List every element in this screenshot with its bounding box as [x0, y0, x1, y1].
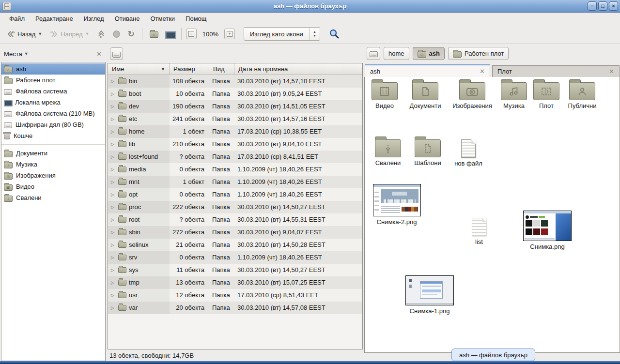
tab-close-icon[interactable]: ✕: [609, 68, 614, 75]
path-root-button[interactable]: [367, 47, 380, 60]
column-header-date[interactable]: Дата на промяна: [234, 63, 362, 75]
expander-icon[interactable]: ▷: [111, 100, 116, 113]
icon-item-desktop[interactable]: D Плот: [533, 82, 560, 109]
column-header-name[interactable]: Име ▼: [108, 63, 170, 75]
table-row[interactable]: ▷usr12 обектаПапка17.03.2010 (ср) 8,51,4…: [108, 289, 362, 302]
expander-icon[interactable]: ▷: [111, 176, 116, 188]
path-ash-button[interactable]: ⌂ ash: [413, 47, 445, 60]
table-row[interactable]: ▷mnt1 обектПапка1.10.2009 (чт) 18,40,26 …: [108, 176, 362, 188]
table-row[interactable]: ▷root? обектаПапка30.03.2010 (вт) 14,55,…: [108, 213, 362, 226]
zoom-out-button[interactable]: −: [186, 29, 197, 39]
zoom-in-button[interactable]: +: [224, 29, 235, 39]
expander-icon[interactable]: ▷: [111, 251, 116, 264]
sidebar-item-desktop[interactable]: Работен плот: [1, 75, 105, 86]
tab-ash[interactable]: ash ✕: [365, 64, 490, 77]
icon-item-snimka2[interactable]: Снимка-2.png: [372, 184, 421, 226]
spinner-arrows-icon[interactable]: ▲▼: [309, 28, 320, 40]
maximize-button[interactable]: □: [598, 1, 607, 11]
icon-item-new-file[interactable]: нов файл: [450, 139, 486, 167]
menu-help[interactable]: Помощ: [181, 14, 211, 23]
expander-icon[interactable]: ▷: [111, 75, 116, 88]
expander-icon[interactable]: ▷: [111, 125, 116, 138]
table-row[interactable]: ▷bin108 обектаПапка30.03.2010 (вт) 14,57…: [108, 75, 362, 88]
expander-icon[interactable]: ▷: [111, 264, 116, 276]
table-row[interactable]: ▷media0 обектаПапка1.10.2009 (чт) 18,40,…: [108, 163, 362, 176]
expander-icon[interactable]: ▷: [111, 239, 116, 251]
expander-icon[interactable]: ▷: [111, 138, 116, 151]
home-button[interactable]: ⌂: [147, 28, 161, 40]
path-desktop-button[interactable]: Работен плот: [448, 47, 509, 60]
sidebar-item-trash[interactable]: Кошче: [1, 130, 105, 141]
close-button[interactable]: ×: [609, 1, 618, 11]
back-button[interactable]: Назад ▼: [4, 29, 45, 40]
sidebar-item-ash[interactable]: ⌂ ash: [1, 63, 105, 75]
sidebar-item-music[interactable]: ♪ Музика: [1, 159, 105, 170]
menu-file[interactable]: Файл: [5, 14, 29, 23]
menu-view[interactable]: Изглед: [79, 14, 108, 23]
tab-plot[interactable]: Плот ✕: [492, 65, 620, 77]
icon-item-documents[interactable]: Документи: [408, 82, 442, 109]
sidebar-item-documents[interactable]: Документи: [1, 148, 105, 159]
reload-button[interactable]: ↻: [125, 27, 138, 41]
icon-item-snimka1[interactable]: Снимка-1.png: [405, 275, 454, 315]
table-row[interactable]: ▷proc222 обектаПапка30.03.2010 (вт) 14,5…: [108, 201, 362, 213]
up-button[interactable]: [94, 28, 108, 40]
places-selector[interactable]: Места ▼: [4, 50, 29, 58]
table-row[interactable]: ▷srv0 обектаПапка1.10.2009 (чт) 18,40,26…: [108, 251, 362, 264]
sidebar-item-filesystem[interactable]: Файлова система: [1, 86, 105, 97]
sidebar-close-icon[interactable]: ✕: [96, 50, 102, 58]
expander-icon[interactable]: ▷: [111, 151, 116, 163]
table-row[interactable]: ▷lib210 обектаПапка30.03.2010 (вт) 9,04,…: [108, 138, 362, 151]
icon-item-music[interactable]: Музика: [499, 82, 529, 109]
column-header-size[interactable]: Размер: [170, 63, 209, 75]
icon-item-list[interactable]: list: [461, 218, 497, 245]
tab-close-icon[interactable]: ✕: [480, 68, 485, 75]
icon-item-public[interactable]: Публични: [565, 82, 600, 109]
table-row[interactable]: ▷tmp13 обектаПапка30.03.2010 (вт) 15,07,…: [108, 276, 362, 289]
expander-icon[interactable]: ▷: [111, 163, 116, 176]
expander-icon[interactable]: ▷: [111, 289, 116, 302]
table-row[interactable]: ▷sys11 обектаПапка30.03.2010 (вт) 14,50,…: [108, 264, 362, 276]
sidebar-item-video[interactable]: ▣ Видео: [1, 181, 105, 192]
expander-icon[interactable]: ▷: [111, 213, 116, 226]
expander-icon[interactable]: ▷: [111, 226, 116, 239]
table-row[interactable]: ▷boot10 обектаПапка30.03.2010 (вт) 9,05,…: [108, 88, 362, 100]
icon-item-templates[interactable]: Шаблони: [412, 139, 444, 167]
column-header-type[interactable]: Вид: [209, 63, 234, 75]
sidebar-item-encrypted-80gb[interactable]: Шифриран дял (80 GB): [1, 119, 105, 130]
minimize-button[interactable]: −: [588, 1, 597, 11]
table-row[interactable]: ▷etc241 обектаПапка30.03.2010 (вт) 14,57…: [108, 113, 362, 125]
sidebar-item-local-network[interactable]: Локална мрежа: [1, 97, 105, 108]
sidebar-item-downloads[interactable]: ↓ Свалени: [1, 192, 105, 203]
root-drive-button[interactable]: [110, 47, 123, 60]
view-mode-select[interactable]: Изглед като икони ▲▼: [244, 27, 320, 41]
icon-item-video[interactable]: Видео: [370, 82, 400, 109]
path-home-button[interactable]: home: [384, 47, 409, 60]
table-row[interactable]: ▷dev190 обектаПапка30.03.2010 (вт) 14,51…: [108, 100, 362, 113]
icon-item-downloads[interactable]: Свалени: [372, 139, 404, 167]
table-row[interactable]: ▷opt0 обектаПапка1.10.2009 (чт) 18,40,26…: [108, 188, 362, 201]
expander-icon[interactable]: ▷: [111, 188, 116, 201]
menu-bookmarks[interactable]: Отметки: [146, 14, 179, 23]
icon-item-snimka[interactable]: Снимка.png: [523, 211, 572, 250]
forward-dropdown-icon[interactable]: ▼: [85, 31, 90, 36]
expander-icon[interactable]: ▷: [111, 88, 116, 100]
table-row[interactable]: ▷selinux21 обектаПапка30.03.2010 (вт) 14…: [108, 239, 362, 251]
computer-button[interactable]: [163, 29, 177, 40]
search-button[interactable]: [329, 29, 340, 39]
expander-icon[interactable]: ▷: [111, 276, 116, 289]
back-dropdown-icon[interactable]: ▼: [38, 31, 42, 36]
menu-go[interactable]: Отиване: [110, 14, 144, 23]
expander-icon[interactable]: ▷: [111, 201, 116, 213]
table-row[interactable]: ▷sbin272 обектаПапка30.03.2010 (вт) 9,04…: [108, 226, 362, 239]
stop-button[interactable]: [110, 29, 123, 40]
table-row[interactable]: ▷var20 обектаПапка30.03.2010 (вт) 14,57,…: [108, 302, 362, 314]
menu-edit[interactable]: Редактиране: [31, 14, 78, 23]
expander-icon[interactable]: ▷: [111, 113, 116, 125]
table-row[interactable]: ▷lost+found? обектаПапка17.03.2010 (ср) …: [108, 151, 362, 163]
sidebar-item-filesystem-210mb[interactable]: Файлова система (210 MB): [1, 108, 105, 119]
table-row[interactable]: ▷home1 обектПапка17.03.2010 (ср) 10,38,5…: [108, 125, 362, 138]
expander-icon[interactable]: ▷: [111, 302, 116, 314]
icon-item-pictures[interactable]: Изображения: [451, 82, 494, 109]
sidebar-item-pictures[interactable]: ◎ Изображения: [1, 170, 105, 181]
